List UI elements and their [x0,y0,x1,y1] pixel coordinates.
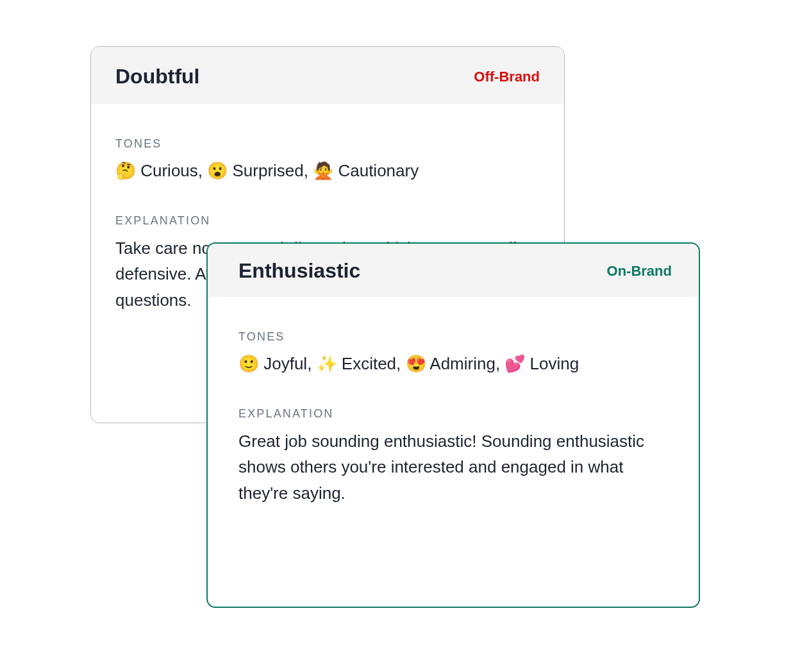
explanation-label: EXPLANATION [238,407,668,421]
explanation-label: EXPLANATION [115,214,540,228]
brand-badge-on: On-Brand [607,263,672,280]
card-title: Doubtful [115,65,200,88]
card-title: Enthusiastic [238,259,360,283]
brand-badge-off: Off-Brand [474,69,540,85]
card-header: Enthusiastic On-Brand [208,244,699,297]
tones-list: 🙂 Joyful, ✨ Excited, 😍 Admiring, 💕 Lovin… [238,351,668,376]
tone-card-enthusiastic: Enthusiastic On-Brand TONES 🙂 Joyful, ✨ … [206,242,700,608]
tones-label: TONES [238,330,668,344]
explanation-text: Great job sounding enthusiastic! Soundin… [238,428,668,506]
tones-list: 🤔 Curious, 😮 Surprised, 🙅 Cautionary [115,158,540,183]
tones-label: TONES [115,137,540,151]
card-header: Doubtful Off-Brand [91,47,564,104]
card-body: TONES 🙂 Joyful, ✨ Excited, 😍 Admiring, 💕… [208,297,699,528]
